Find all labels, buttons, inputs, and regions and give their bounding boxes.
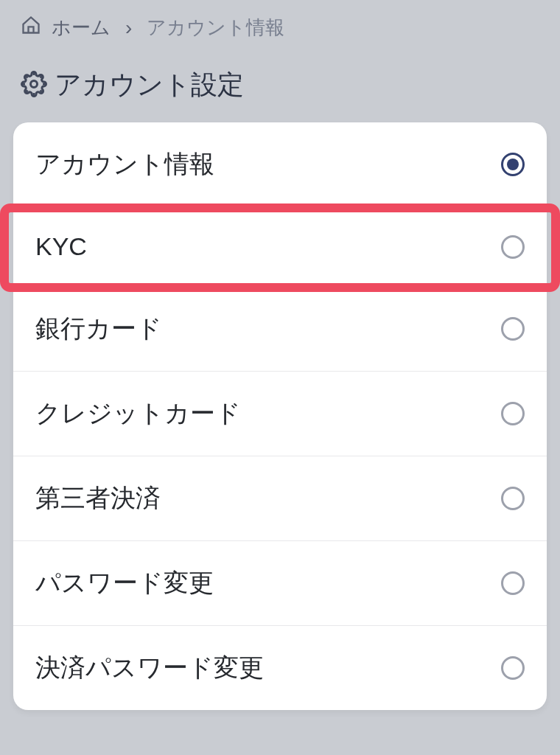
radio-icon	[501, 235, 525, 259]
option-bank-card[interactable]: 銀行カード	[13, 287, 547, 372]
svg-point-0	[31, 80, 38, 87]
breadcrumb-home[interactable]: ホーム	[52, 15, 111, 41]
options-card: アカウント情報 KYC 銀行カード クレジットカード 第三者決済 パスワード変更…	[13, 122, 547, 710]
option-payment-password-change[interactable]: 決済パスワード変更	[13, 626, 547, 710]
option-credit-card[interactable]: クレジットカード	[13, 372, 547, 456]
option-account-info[interactable]: アカウント情報	[13, 122, 547, 207]
radio-icon	[501, 487, 525, 510]
gear-icon	[21, 71, 47, 100]
page-title: アカウント設定	[55, 67, 244, 103]
option-label: クレジットカード	[35, 397, 241, 431]
radio-icon	[501, 153, 525, 176]
option-password-change[interactable]: パスワード変更	[13, 541, 547, 626]
home-icon	[21, 15, 41, 41]
breadcrumb-current: アカウント情報	[147, 15, 284, 41]
chevron-right-icon: ›	[125, 16, 132, 40]
page-title-row: アカウント設定	[0, 48, 560, 122]
option-label: 決済パスワード変更	[35, 651, 264, 685]
radio-icon	[501, 571, 525, 595]
option-label: KYC	[35, 232, 87, 261]
radio-icon	[501, 402, 525, 425]
option-label: パスワード変更	[35, 566, 214, 600]
radio-icon	[501, 656, 525, 680]
breadcrumb: ホーム › アカウント情報	[0, 0, 560, 48]
option-third-party-payment[interactable]: 第三者決済	[13, 456, 547, 541]
option-label: 銀行カード	[35, 312, 162, 346]
radio-icon	[501, 317, 525, 341]
option-label: 第三者決済	[35, 481, 161, 515]
option-label: アカウント情報	[35, 147, 214, 181]
option-kyc[interactable]: KYC	[13, 207, 547, 287]
